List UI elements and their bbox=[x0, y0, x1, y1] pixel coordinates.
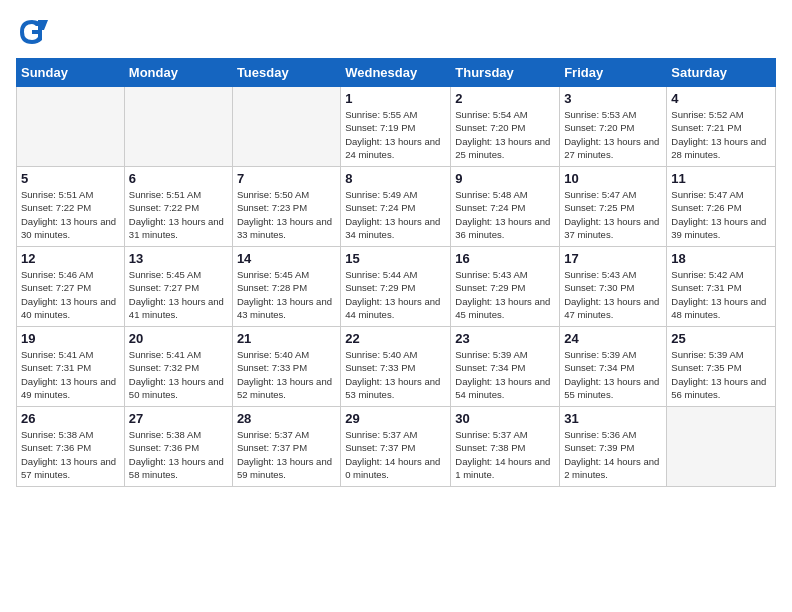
calendar-week-row: 5Sunrise: 5:51 AM Sunset: 7:22 PM Daylig… bbox=[17, 167, 776, 247]
calendar-cell: 24Sunrise: 5:39 AM Sunset: 7:34 PM Dayli… bbox=[560, 327, 667, 407]
calendar-cell bbox=[232, 87, 340, 167]
day-number: 11 bbox=[671, 171, 771, 186]
day-number: 4 bbox=[671, 91, 771, 106]
day-number: 22 bbox=[345, 331, 446, 346]
calendar-cell: 17Sunrise: 5:43 AM Sunset: 7:30 PM Dayli… bbox=[560, 247, 667, 327]
calendar-cell: 8Sunrise: 5:49 AM Sunset: 7:24 PM Daylig… bbox=[341, 167, 451, 247]
day-info: Sunrise: 5:47 AM Sunset: 7:26 PM Dayligh… bbox=[671, 188, 771, 241]
day-number: 30 bbox=[455, 411, 555, 426]
calendar-week-row: 19Sunrise: 5:41 AM Sunset: 7:31 PM Dayli… bbox=[17, 327, 776, 407]
day-number: 31 bbox=[564, 411, 662, 426]
calendar-cell: 11Sunrise: 5:47 AM Sunset: 7:26 PM Dayli… bbox=[667, 167, 776, 247]
weekday-header: Monday bbox=[124, 59, 232, 87]
day-number: 7 bbox=[237, 171, 336, 186]
weekday-header: Saturday bbox=[667, 59, 776, 87]
day-number: 17 bbox=[564, 251, 662, 266]
calendar-cell: 5Sunrise: 5:51 AM Sunset: 7:22 PM Daylig… bbox=[17, 167, 125, 247]
day-info: Sunrise: 5:46 AM Sunset: 7:27 PM Dayligh… bbox=[21, 268, 120, 321]
calendar-cell: 13Sunrise: 5:45 AM Sunset: 7:27 PM Dayli… bbox=[124, 247, 232, 327]
calendar-cell: 15Sunrise: 5:44 AM Sunset: 7:29 PM Dayli… bbox=[341, 247, 451, 327]
day-info: Sunrise: 5:41 AM Sunset: 7:31 PM Dayligh… bbox=[21, 348, 120, 401]
day-number: 6 bbox=[129, 171, 228, 186]
calendar-cell: 30Sunrise: 5:37 AM Sunset: 7:38 PM Dayli… bbox=[451, 407, 560, 487]
calendar-cell: 14Sunrise: 5:45 AM Sunset: 7:28 PM Dayli… bbox=[232, 247, 340, 327]
day-info: Sunrise: 5:37 AM Sunset: 7:38 PM Dayligh… bbox=[455, 428, 555, 481]
day-info: Sunrise: 5:52 AM Sunset: 7:21 PM Dayligh… bbox=[671, 108, 771, 161]
calendar-week-row: 26Sunrise: 5:38 AM Sunset: 7:36 PM Dayli… bbox=[17, 407, 776, 487]
calendar-cell: 10Sunrise: 5:47 AM Sunset: 7:25 PM Dayli… bbox=[560, 167, 667, 247]
calendar-cell bbox=[17, 87, 125, 167]
calendar-cell: 3Sunrise: 5:53 AM Sunset: 7:20 PM Daylig… bbox=[560, 87, 667, 167]
page-header bbox=[16, 16, 776, 48]
day-number: 8 bbox=[345, 171, 446, 186]
calendar-cell: 21Sunrise: 5:40 AM Sunset: 7:33 PM Dayli… bbox=[232, 327, 340, 407]
weekday-header: Thursday bbox=[451, 59, 560, 87]
calendar-week-row: 1Sunrise: 5:55 AM Sunset: 7:19 PM Daylig… bbox=[17, 87, 776, 167]
day-number: 16 bbox=[455, 251, 555, 266]
calendar-cell: 31Sunrise: 5:36 AM Sunset: 7:39 PM Dayli… bbox=[560, 407, 667, 487]
day-number: 24 bbox=[564, 331, 662, 346]
day-info: Sunrise: 5:51 AM Sunset: 7:22 PM Dayligh… bbox=[21, 188, 120, 241]
day-number: 26 bbox=[21, 411, 120, 426]
calendar-week-row: 12Sunrise: 5:46 AM Sunset: 7:27 PM Dayli… bbox=[17, 247, 776, 327]
calendar-body: 1Sunrise: 5:55 AM Sunset: 7:19 PM Daylig… bbox=[17, 87, 776, 487]
day-info: Sunrise: 5:53 AM Sunset: 7:20 PM Dayligh… bbox=[564, 108, 662, 161]
day-info: Sunrise: 5:40 AM Sunset: 7:33 PM Dayligh… bbox=[237, 348, 336, 401]
day-number: 2 bbox=[455, 91, 555, 106]
calendar-cell: 29Sunrise: 5:37 AM Sunset: 7:37 PM Dayli… bbox=[341, 407, 451, 487]
day-info: Sunrise: 5:45 AM Sunset: 7:27 PM Dayligh… bbox=[129, 268, 228, 321]
day-number: 25 bbox=[671, 331, 771, 346]
calendar-cell: 16Sunrise: 5:43 AM Sunset: 7:29 PM Dayli… bbox=[451, 247, 560, 327]
calendar-cell: 9Sunrise: 5:48 AM Sunset: 7:24 PM Daylig… bbox=[451, 167, 560, 247]
day-info: Sunrise: 5:43 AM Sunset: 7:29 PM Dayligh… bbox=[455, 268, 555, 321]
day-info: Sunrise: 5:43 AM Sunset: 7:30 PM Dayligh… bbox=[564, 268, 662, 321]
calendar-cell: 26Sunrise: 5:38 AM Sunset: 7:36 PM Dayli… bbox=[17, 407, 125, 487]
day-info: Sunrise: 5:45 AM Sunset: 7:28 PM Dayligh… bbox=[237, 268, 336, 321]
day-info: Sunrise: 5:51 AM Sunset: 7:22 PM Dayligh… bbox=[129, 188, 228, 241]
day-info: Sunrise: 5:39 AM Sunset: 7:34 PM Dayligh… bbox=[564, 348, 662, 401]
day-info: Sunrise: 5:39 AM Sunset: 7:35 PM Dayligh… bbox=[671, 348, 771, 401]
day-info: Sunrise: 5:36 AM Sunset: 7:39 PM Dayligh… bbox=[564, 428, 662, 481]
day-info: Sunrise: 5:39 AM Sunset: 7:34 PM Dayligh… bbox=[455, 348, 555, 401]
calendar-cell: 25Sunrise: 5:39 AM Sunset: 7:35 PM Dayli… bbox=[667, 327, 776, 407]
calendar-cell: 2Sunrise: 5:54 AM Sunset: 7:20 PM Daylig… bbox=[451, 87, 560, 167]
day-info: Sunrise: 5:37 AM Sunset: 7:37 PM Dayligh… bbox=[345, 428, 446, 481]
day-info: Sunrise: 5:49 AM Sunset: 7:24 PM Dayligh… bbox=[345, 188, 446, 241]
day-number: 1 bbox=[345, 91, 446, 106]
day-info: Sunrise: 5:40 AM Sunset: 7:33 PM Dayligh… bbox=[345, 348, 446, 401]
calendar-cell: 27Sunrise: 5:38 AM Sunset: 7:36 PM Dayli… bbox=[124, 407, 232, 487]
day-number: 18 bbox=[671, 251, 771, 266]
day-number: 15 bbox=[345, 251, 446, 266]
day-info: Sunrise: 5:48 AM Sunset: 7:24 PM Dayligh… bbox=[455, 188, 555, 241]
day-number: 29 bbox=[345, 411, 446, 426]
day-info: Sunrise: 5:55 AM Sunset: 7:19 PM Dayligh… bbox=[345, 108, 446, 161]
day-number: 10 bbox=[564, 171, 662, 186]
day-number: 13 bbox=[129, 251, 228, 266]
day-number: 20 bbox=[129, 331, 228, 346]
calendar-cell: 1Sunrise: 5:55 AM Sunset: 7:19 PM Daylig… bbox=[341, 87, 451, 167]
day-info: Sunrise: 5:47 AM Sunset: 7:25 PM Dayligh… bbox=[564, 188, 662, 241]
day-info: Sunrise: 5:44 AM Sunset: 7:29 PM Dayligh… bbox=[345, 268, 446, 321]
day-number: 12 bbox=[21, 251, 120, 266]
calendar-cell: 28Sunrise: 5:37 AM Sunset: 7:37 PM Dayli… bbox=[232, 407, 340, 487]
day-info: Sunrise: 5:42 AM Sunset: 7:31 PM Dayligh… bbox=[671, 268, 771, 321]
day-info: Sunrise: 5:37 AM Sunset: 7:37 PM Dayligh… bbox=[237, 428, 336, 481]
day-number: 14 bbox=[237, 251, 336, 266]
day-info: Sunrise: 5:54 AM Sunset: 7:20 PM Dayligh… bbox=[455, 108, 555, 161]
calendar-cell bbox=[124, 87, 232, 167]
calendar-cell: 22Sunrise: 5:40 AM Sunset: 7:33 PM Dayli… bbox=[341, 327, 451, 407]
day-info: Sunrise: 5:41 AM Sunset: 7:32 PM Dayligh… bbox=[129, 348, 228, 401]
logo bbox=[16, 16, 52, 48]
weekday-header: Tuesday bbox=[232, 59, 340, 87]
calendar-table: SundayMondayTuesdayWednesdayThursdayFrid… bbox=[16, 58, 776, 487]
calendar-cell: 20Sunrise: 5:41 AM Sunset: 7:32 PM Dayli… bbox=[124, 327, 232, 407]
calendar-header-row: SundayMondayTuesdayWednesdayThursdayFrid… bbox=[17, 59, 776, 87]
weekday-header: Wednesday bbox=[341, 59, 451, 87]
day-number: 9 bbox=[455, 171, 555, 186]
weekday-header: Sunday bbox=[17, 59, 125, 87]
day-info: Sunrise: 5:50 AM Sunset: 7:23 PM Dayligh… bbox=[237, 188, 336, 241]
calendar-cell bbox=[667, 407, 776, 487]
calendar-cell: 12Sunrise: 5:46 AM Sunset: 7:27 PM Dayli… bbox=[17, 247, 125, 327]
day-number: 23 bbox=[455, 331, 555, 346]
day-number: 28 bbox=[237, 411, 336, 426]
